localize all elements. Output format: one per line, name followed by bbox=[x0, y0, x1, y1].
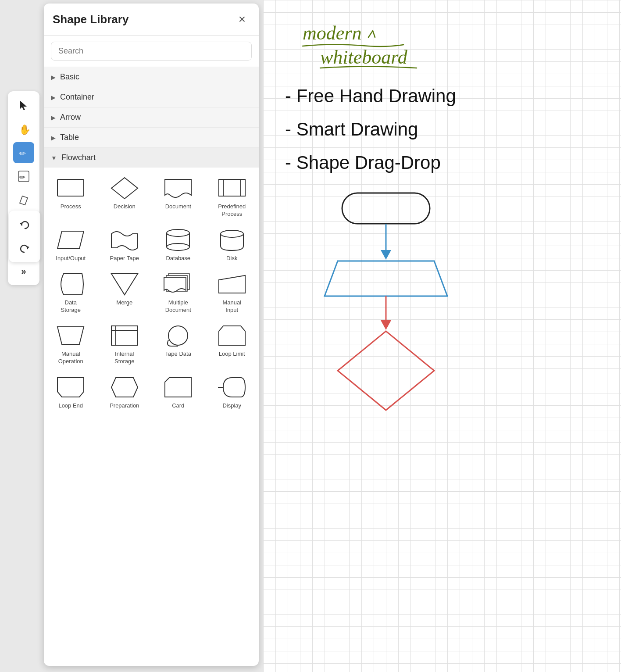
merge-label: Merge bbox=[116, 299, 132, 307]
loop-end-label: Loop End bbox=[58, 402, 83, 410]
shape-paper-tape[interactable]: Paper Tape bbox=[98, 223, 152, 267]
category-container[interactable]: ▶ Container bbox=[44, 87, 259, 107]
erase-tool[interactable] bbox=[13, 189, 34, 211]
database-label: Database bbox=[166, 255, 190, 262]
internal-storage-label: InternalStorage bbox=[114, 350, 135, 365]
svg-marker-10 bbox=[27, 246, 29, 250]
svg-text:whiteboard: whiteboard bbox=[320, 46, 408, 68]
basic-arrow: ▶ bbox=[51, 74, 56, 81]
feature-1: - Free Hand Drawing bbox=[285, 86, 456, 107]
shape-loop-end[interactable]: Loop End bbox=[44, 370, 98, 415]
shape-tape-data[interactable]: Tape Data bbox=[151, 318, 205, 370]
predefined-process-label: PredefinedProcess bbox=[218, 203, 246, 218]
shape-data-storage[interactable]: DataStorage bbox=[44, 267, 98, 319]
table-arrow: ▶ bbox=[51, 134, 56, 141]
document-label: Document bbox=[165, 203, 191, 211]
main-canvas[interactable]: modern whiteboard - Free Hand Drawing - … bbox=[263, 0, 621, 672]
flowchart-arrow: ▼ bbox=[51, 154, 57, 161]
shape-decision[interactable]: Decision bbox=[98, 171, 152, 223]
svg-marker-42 bbox=[325, 261, 447, 296]
svg-marker-27 bbox=[219, 275, 245, 293]
container-arrow: ▶ bbox=[51, 94, 56, 101]
draw-tool[interactable]: ✏ bbox=[13, 142, 34, 163]
shape-database[interactable]: Database bbox=[151, 223, 205, 267]
flowchart-label: Flowchart bbox=[61, 153, 96, 162]
shape-input-output[interactable]: Input/Ouput bbox=[44, 223, 98, 267]
shape-document[interactable]: Document bbox=[151, 171, 205, 223]
arrow-label: Arrow bbox=[60, 113, 81, 122]
svg-marker-36 bbox=[165, 378, 191, 397]
svg-point-17 bbox=[167, 229, 189, 236]
svg-text:✋: ✋ bbox=[19, 124, 29, 135]
shape-card[interactable]: Card bbox=[151, 370, 205, 415]
svg-marker-41 bbox=[381, 250, 391, 260]
manual-input-label: ManualInput bbox=[222, 299, 241, 314]
data-storage-label: DataStorage bbox=[61, 299, 81, 314]
svg-point-20 bbox=[167, 243, 189, 250]
container-label: Container bbox=[60, 93, 94, 102]
display-label: Display bbox=[222, 402, 241, 410]
pan-tool[interactable]: ✋ bbox=[13, 118, 34, 139]
feature-2: - Smart Drawing bbox=[285, 119, 456, 140]
svg-point-21 bbox=[221, 230, 243, 237]
category-arrow[interactable]: ▶ Arrow bbox=[44, 107, 259, 127]
redo-button[interactable] bbox=[14, 238, 35, 259]
category-basic[interactable]: ▶ Basic bbox=[44, 67, 259, 87]
svg-marker-24 bbox=[111, 274, 138, 295]
svg-marker-9 bbox=[20, 222, 22, 226]
panel-header: Shape Library × bbox=[44, 4, 259, 36]
disk-label: Disk bbox=[226, 255, 237, 262]
shape-library-panel: Shape Library × ▶ Basic ▶ Container ▶ Ar… bbox=[44, 4, 259, 666]
undo-button[interactable] bbox=[14, 214, 35, 235]
process-label: Process bbox=[61, 203, 81, 211]
shape-internal-storage[interactable]: InternalStorage bbox=[98, 318, 152, 370]
shape-manual-input[interactable]: ManualInput bbox=[205, 267, 259, 319]
svg-marker-0 bbox=[20, 100, 27, 110]
more-tools[interactable]: » bbox=[13, 261, 34, 282]
close-button[interactable]: × bbox=[234, 11, 250, 27]
shape-disk[interactable]: Disk bbox=[205, 223, 259, 267]
svg-rect-39 bbox=[342, 193, 430, 224]
svg-marker-12 bbox=[111, 178, 138, 199]
select-tool[interactable] bbox=[13, 95, 34, 116]
multiple-document-label: MultipleDocument bbox=[165, 299, 191, 314]
tape-data-label: Tape Data bbox=[165, 350, 191, 358]
paper-tape-label: Paper Tape bbox=[110, 255, 139, 262]
flowchart-shapes-grid: Process Decision Document PredefinedProc… bbox=[44, 168, 259, 418]
shape-display[interactable]: Display bbox=[205, 370, 259, 415]
preparation-label: Preparation bbox=[110, 402, 139, 410]
shape-multiple-document[interactable]: MultipleDocument bbox=[151, 267, 205, 319]
svg-marker-6 bbox=[20, 196, 28, 205]
shape-manual-operation[interactable]: ManualOperation bbox=[44, 318, 98, 370]
svg-point-32 bbox=[168, 326, 188, 345]
category-table[interactable]: ▶ Table bbox=[44, 127, 259, 147]
flowchart-diagram bbox=[311, 189, 460, 417]
category-flowchart[interactable]: ▼ Flowchart bbox=[44, 147, 259, 168]
card-label: Card bbox=[172, 402, 184, 410]
history-toolbar bbox=[9, 211, 40, 262]
manual-operation-label: ManualOperation bbox=[58, 350, 83, 365]
edit-tool[interactable]: ✏ bbox=[13, 166, 34, 187]
feature-3: - Shape Drag-Drop bbox=[285, 152, 456, 173]
loop-limit-label: Loop Limit bbox=[219, 350, 245, 358]
arrow-arrow: ▶ bbox=[51, 114, 56, 121]
svg-marker-44 bbox=[381, 320, 391, 330]
svg-marker-35 bbox=[111, 378, 138, 397]
shape-process[interactable]: Process bbox=[44, 171, 98, 223]
shape-loop-limit[interactable]: Loop Limit bbox=[205, 318, 259, 370]
shape-merge[interactable]: Merge bbox=[98, 267, 152, 319]
shape-preparation[interactable]: Preparation bbox=[98, 370, 152, 415]
decision-label: Decision bbox=[114, 203, 136, 211]
table-label: Table bbox=[60, 133, 79, 142]
more-tools-icon: » bbox=[21, 266, 26, 276]
svg-text:✏: ✏ bbox=[19, 173, 25, 182]
svg-rect-11 bbox=[57, 179, 84, 196]
svg-marker-33 bbox=[219, 326, 245, 345]
shape-predefined-process[interactable]: PredefinedProcess bbox=[205, 171, 259, 223]
svg-marker-28 bbox=[57, 327, 84, 344]
basic-label: Basic bbox=[60, 72, 79, 82]
svg-marker-16 bbox=[57, 231, 84, 249]
search-input[interactable] bbox=[51, 42, 252, 61]
svg-marker-45 bbox=[338, 331, 434, 410]
svg-text:modern: modern bbox=[303, 22, 361, 44]
